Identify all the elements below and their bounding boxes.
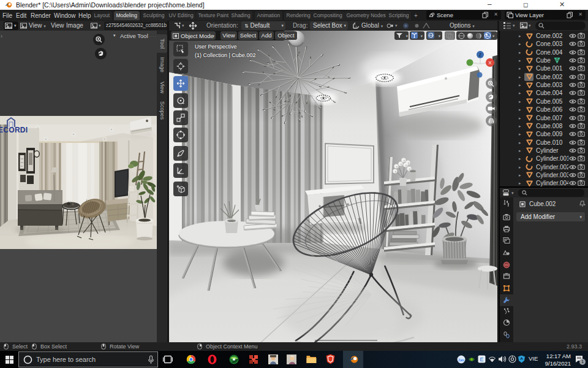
svg-text:E: E: [480, 356, 483, 362]
svg-text:Z: Z: [479, 53, 482, 57]
svg-text:X: X: [488, 60, 492, 66]
svg-text:Zalo: Zalo: [458, 358, 464, 362]
svg-text:ECORDI: ECORDI: [0, 126, 28, 134]
